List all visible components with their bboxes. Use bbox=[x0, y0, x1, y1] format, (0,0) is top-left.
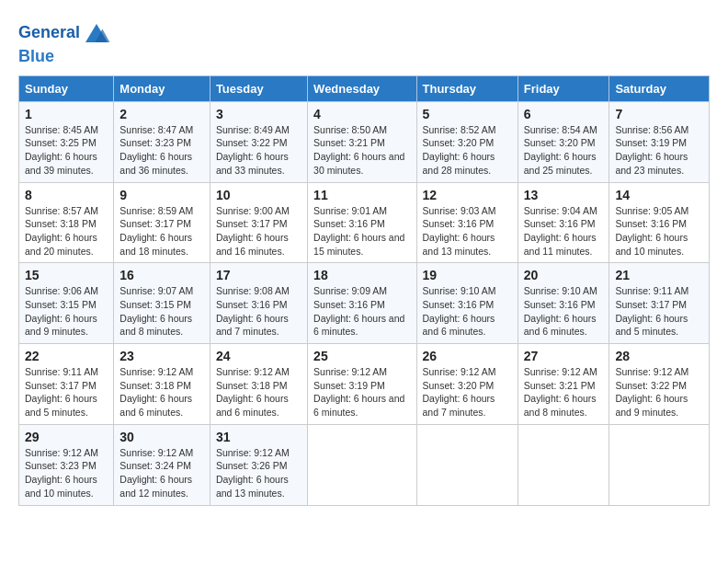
day-number: 27 bbox=[524, 349, 604, 363]
day-info: Sunrise: 8:50 AM Sunset: 3:21 PM Dayligh… bbox=[313, 123, 410, 178]
col-header-monday: Monday bbox=[114, 75, 210, 101]
day-info: Sunrise: 9:12 AM Sunset: 3:24 PM Dayligh… bbox=[119, 446, 204, 500]
day-info: Sunrise: 9:12 AM Sunset: 3:18 PM Dayligh… bbox=[119, 365, 204, 419]
day-number: 26 bbox=[423, 349, 512, 363]
week-row-4: 22 Sunrise: 9:11 AM Sunset: 3:17 PM Dayl… bbox=[19, 344, 710, 425]
day-number: 31 bbox=[216, 430, 301, 444]
day-cell: 21 Sunrise: 9:11 AM Sunset: 3:17 PM Dayl… bbox=[609, 263, 710, 344]
day-cell: 1 Sunrise: 8:45 AM Sunset: 3:25 PM Dayli… bbox=[19, 101, 114, 182]
logo: General Blue bbox=[18, 18, 111, 66]
day-cell: 30 Sunrise: 9:12 AM Sunset: 3:24 PM Dayl… bbox=[114, 424, 210, 505]
day-number: 13 bbox=[524, 188, 604, 202]
day-number: 1 bbox=[25, 107, 108, 121]
day-info: Sunrise: 9:12 AM Sunset: 3:19 PM Dayligh… bbox=[313, 365, 410, 419]
day-cell: 27 Sunrise: 9:12 AM Sunset: 3:21 PM Dayl… bbox=[518, 344, 609, 425]
day-cell: 5 Sunrise: 8:52 AM Sunset: 3:20 PM Dayli… bbox=[416, 101, 518, 182]
day-number: 23 bbox=[119, 349, 204, 363]
calendar-table: SundayMondayTuesdayWednesdayThursdayFrid… bbox=[18, 75, 710, 506]
days-header-row: SundayMondayTuesdayWednesdayThursdayFrid… bbox=[19, 75, 710, 101]
day-info: Sunrise: 9:12 AM Sunset: 3:21 PM Dayligh… bbox=[524, 365, 604, 419]
day-number: 20 bbox=[524, 268, 604, 282]
day-info: Sunrise: 9:11 AM Sunset: 3:17 PM Dayligh… bbox=[25, 365, 108, 419]
day-number: 25 bbox=[313, 349, 410, 363]
day-info: Sunrise: 9:04 AM Sunset: 3:16 PM Dayligh… bbox=[524, 204, 604, 259]
day-cell: 31 Sunrise: 9:12 AM Sunset: 3:26 PM Dayl… bbox=[210, 424, 307, 505]
day-cell: 28 Sunrise: 9:12 AM Sunset: 3:22 PM Dayl… bbox=[609, 344, 710, 425]
day-number: 16 bbox=[119, 268, 204, 282]
day-info: Sunrise: 9:00 AM Sunset: 3:17 PM Dayligh… bbox=[216, 204, 301, 259]
day-cell: 9 Sunrise: 8:59 AM Sunset: 3:17 PM Dayli… bbox=[114, 182, 210, 263]
day-cell: 2 Sunrise: 8:47 AM Sunset: 3:23 PM Dayli… bbox=[114, 101, 210, 182]
day-cell: 26 Sunrise: 9:12 AM Sunset: 3:20 PM Dayl… bbox=[416, 344, 518, 425]
day-number: 7 bbox=[615, 107, 703, 121]
day-cell: 16 Sunrise: 9:07 AM Sunset: 3:15 PM Dayl… bbox=[114, 263, 210, 344]
day-number: 2 bbox=[119, 107, 204, 121]
day-number: 30 bbox=[119, 430, 204, 444]
day-cell: 6 Sunrise: 8:54 AM Sunset: 3:20 PM Dayli… bbox=[518, 101, 609, 182]
week-row-5: 29 Sunrise: 9:12 AM Sunset: 3:23 PM Dayl… bbox=[19, 424, 710, 505]
day-number: 8 bbox=[25, 188, 108, 202]
day-info: Sunrise: 9:12 AM Sunset: 3:26 PM Dayligh… bbox=[216, 446, 301, 500]
day-number: 5 bbox=[423, 107, 512, 121]
day-cell bbox=[308, 424, 416, 505]
day-number: 18 bbox=[313, 268, 410, 282]
day-info: Sunrise: 8:54 AM Sunset: 3:20 PM Dayligh… bbox=[524, 123, 604, 178]
day-info: Sunrise: 8:45 AM Sunset: 3:25 PM Dayligh… bbox=[25, 123, 108, 178]
col-header-thursday: Thursday bbox=[416, 75, 518, 101]
day-info: Sunrise: 8:57 AM Sunset: 3:18 PM Dayligh… bbox=[25, 204, 108, 259]
day-cell bbox=[609, 424, 710, 505]
col-header-tuesday: Tuesday bbox=[210, 75, 307, 101]
day-info: Sunrise: 9:10 AM Sunset: 3:16 PM Dayligh… bbox=[423, 284, 512, 339]
day-number: 12 bbox=[423, 188, 512, 202]
day-number: 28 bbox=[615, 349, 703, 363]
day-cell: 29 Sunrise: 9:12 AM Sunset: 3:23 PM Dayl… bbox=[19, 424, 114, 505]
day-cell: 19 Sunrise: 9:10 AM Sunset: 3:16 PM Dayl… bbox=[416, 263, 518, 344]
day-info: Sunrise: 9:12 AM Sunset: 3:22 PM Dayligh… bbox=[615, 365, 703, 419]
day-info: Sunrise: 9:10 AM Sunset: 3:16 PM Dayligh… bbox=[524, 284, 604, 339]
day-info: Sunrise: 8:47 AM Sunset: 3:23 PM Dayligh… bbox=[119, 123, 204, 178]
day-info: Sunrise: 9:08 AM Sunset: 3:16 PM Dayligh… bbox=[216, 284, 301, 339]
col-header-sunday: Sunday bbox=[19, 75, 114, 101]
day-cell: 20 Sunrise: 9:10 AM Sunset: 3:16 PM Dayl… bbox=[518, 263, 609, 344]
logo-icon bbox=[82, 18, 111, 48]
day-number: 19 bbox=[423, 268, 512, 282]
day-number: 6 bbox=[524, 107, 604, 121]
day-number: 24 bbox=[216, 349, 301, 363]
day-cell: 10 Sunrise: 9:00 AM Sunset: 3:17 PM Dayl… bbox=[210, 182, 307, 263]
day-cell: 17 Sunrise: 9:08 AM Sunset: 3:16 PM Dayl… bbox=[210, 263, 307, 344]
day-cell: 24 Sunrise: 9:12 AM Sunset: 3:18 PM Dayl… bbox=[210, 344, 307, 425]
week-row-1: 1 Sunrise: 8:45 AM Sunset: 3:25 PM Dayli… bbox=[19, 101, 710, 182]
day-info: Sunrise: 9:12 AM Sunset: 3:23 PM Dayligh… bbox=[25, 446, 108, 500]
day-cell: 22 Sunrise: 9:11 AM Sunset: 3:17 PM Dayl… bbox=[19, 344, 114, 425]
day-number: 21 bbox=[615, 268, 703, 282]
day-info: Sunrise: 9:05 AM Sunset: 3:16 PM Dayligh… bbox=[615, 204, 703, 259]
day-number: 29 bbox=[25, 430, 108, 444]
day-info: Sunrise: 9:01 AM Sunset: 3:16 PM Dayligh… bbox=[313, 204, 410, 259]
day-cell: 11 Sunrise: 9:01 AM Sunset: 3:16 PM Dayl… bbox=[308, 182, 416, 263]
day-info: Sunrise: 9:12 AM Sunset: 3:20 PM Dayligh… bbox=[423, 365, 512, 419]
day-cell: 15 Sunrise: 9:06 AM Sunset: 3:15 PM Dayl… bbox=[19, 263, 114, 344]
day-cell: 25 Sunrise: 9:12 AM Sunset: 3:19 PM Dayl… bbox=[308, 344, 416, 425]
logo-text: General bbox=[18, 24, 80, 42]
day-number: 11 bbox=[313, 188, 410, 202]
day-number: 4 bbox=[313, 107, 410, 121]
day-info: Sunrise: 9:12 AM Sunset: 3:18 PM Dayligh… bbox=[216, 365, 301, 419]
day-info: Sunrise: 9:03 AM Sunset: 3:16 PM Dayligh… bbox=[423, 204, 512, 259]
day-cell: 4 Sunrise: 8:50 AM Sunset: 3:21 PM Dayli… bbox=[308, 101, 416, 182]
day-cell: 13 Sunrise: 9:04 AM Sunset: 3:16 PM Dayl… bbox=[518, 182, 609, 263]
day-number: 15 bbox=[25, 268, 108, 282]
day-info: Sunrise: 9:07 AM Sunset: 3:15 PM Dayligh… bbox=[119, 284, 204, 339]
day-number: 14 bbox=[615, 188, 703, 202]
day-cell bbox=[518, 424, 609, 505]
day-cell: 7 Sunrise: 8:56 AM Sunset: 3:19 PM Dayli… bbox=[609, 101, 710, 182]
col-header-wednesday: Wednesday bbox=[308, 75, 416, 101]
day-cell: 3 Sunrise: 8:49 AM Sunset: 3:22 PM Dayli… bbox=[210, 101, 307, 182]
col-header-saturday: Saturday bbox=[609, 75, 710, 101]
week-row-2: 8 Sunrise: 8:57 AM Sunset: 3:18 PM Dayli… bbox=[19, 182, 710, 263]
day-cell: 23 Sunrise: 9:12 AM Sunset: 3:18 PM Dayl… bbox=[114, 344, 210, 425]
day-number: 9 bbox=[119, 188, 204, 202]
calendar-body: 1 Sunrise: 8:45 AM Sunset: 3:25 PM Dayli… bbox=[19, 101, 710, 505]
week-row-3: 15 Sunrise: 9:06 AM Sunset: 3:15 PM Dayl… bbox=[19, 263, 710, 344]
day-number: 10 bbox=[216, 188, 301, 202]
day-cell: 12 Sunrise: 9:03 AM Sunset: 3:16 PM Dayl… bbox=[416, 182, 518, 263]
